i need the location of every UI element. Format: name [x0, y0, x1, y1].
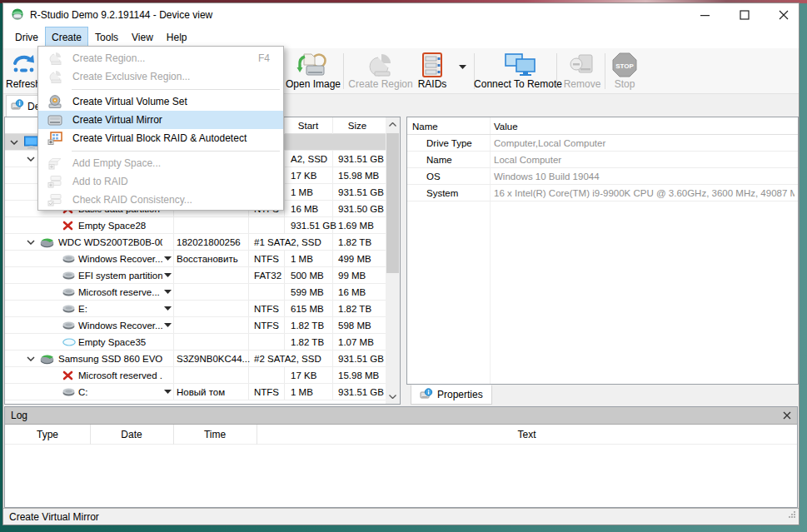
device-start: 1 MB [291, 251, 313, 266]
menu-item-check-raid-consistency: Check RAID Consistency... [38, 191, 283, 209]
menu-item-create-virtual-mirror[interactable]: Create Virtual Mirror [38, 111, 283, 129]
resize-grip-icon[interactable] [788, 510, 796, 522]
device-start: 17 KB [291, 167, 316, 183]
device-name: Microsoft reserve... [78, 284, 162, 300]
column-header-start[interactable]: Start [284, 117, 332, 134]
scroll-thumb[interactable] [386, 133, 399, 273]
log-close-icon[interactable] [783, 411, 791, 420]
device-row[interactable]: C:Новый томNTFS1 MB931.51 GB [5, 384, 386, 400]
drive-icon [40, 234, 54, 250]
create-region-button: Create Region [348, 51, 413, 92]
status-text: Create Virtual Mirror [9, 511, 99, 523]
window-title: R-Studio Demo 9.2.191144 - Device view [30, 9, 212, 21]
partition-dropdown-icon[interactable] [164, 301, 172, 316]
menu-item-label: Create Virtual Volume Set [72, 96, 187, 107]
drive-icon [40, 351, 54, 366]
device-name: E: [78, 301, 162, 316]
property-value: Windows 10 Build 19044 [494, 168, 795, 185]
device-row[interactable]: Empty Space351.82 TB1.07 MB [5, 334, 386, 351]
statusbar: Create Virtual Mirror [3, 508, 799, 525]
properties-panel: Name Value Drive TypeComputer,Local Comp… [406, 117, 799, 385]
close-button[interactable] [770, 3, 798, 27]
minimize-button[interactable] [690, 3, 719, 27]
caret-down-icon[interactable] [10, 134, 18, 150]
menu-item-label: Check RAID Consistency... [72, 194, 192, 206]
partition-dropdown-icon[interactable] [164, 284, 172, 300]
caret-down-icon[interactable] [27, 234, 35, 250]
svg-text:STOP: STOP [615, 62, 634, 69]
device-size: 931.51 GB [338, 151, 384, 167]
device-row[interactable]: WDC WDS200T2B0B-00...#1 SATA2, SSD182021… [5, 234, 386, 251]
property-row[interactable]: System16 x Intel(R) Core(TM) i9-9900K CP… [407, 185, 798, 201]
info-icon [420, 388, 433, 402]
scroll-up-icon[interactable] [386, 117, 400, 132]
prop-column-value[interactable]: Value [494, 117, 518, 135]
partition-dropdown-icon[interactable] [164, 384, 172, 400]
device-row[interactable]: Windows Recover...ВосстановитьNTFS1 MB49… [5, 251, 386, 267]
deleted-partition-icon [62, 367, 73, 383]
log-column-date[interactable]: Date [90, 425, 173, 445]
device-interface: #1 SATA2, SSD [254, 234, 324, 250]
partition-icon [62, 317, 75, 333]
device-row[interactable]: Microsoft reserve...599 MB16 MB [5, 284, 386, 301]
connect-remote-icon [499, 51, 537, 78]
device-start: 1.82 TB [291, 317, 324, 333]
titlebar: R-Studio Demo 9.2.191144 - Device view [3, 3, 799, 27]
create-region-icon [366, 51, 395, 78]
caret-down-icon[interactable] [27, 151, 35, 167]
log-column-text[interactable]: Text [257, 425, 797, 445]
log-columns: TypeDateTimeText [5, 425, 797, 445]
menu-item-create-virtual-volume-set[interactable]: Create Virtual Volume Set [38, 92, 283, 111]
tab-properties[interactable]: Properties [411, 385, 492, 405]
log-column-type[interactable]: Type [5, 425, 90, 445]
device-size: 1.82 TB [338, 301, 371, 316]
device-size: 931.51 GB [338, 351, 384, 366]
property-value: Computer,Local Computer [494, 135, 795, 152]
open-image-button[interactable]: Open Image [286, 51, 341, 92]
maximize-button[interactable] [730, 3, 759, 27]
prop-column-name[interactable]: Name [412, 117, 438, 135]
property-value: Local Computer [494, 152, 795, 168]
property-row[interactable]: OSWindows 10 Build 19044 [407, 168, 798, 185]
property-row[interactable]: NameLocal Computer [407, 152, 798, 168]
menu-item-label: Create Virtual Block RAID & Autodetect [72, 132, 247, 144]
region-icon [45, 52, 65, 65]
connect-to-remote-button[interactable]: Connect To Remote [478, 51, 558, 92]
device-name: Empty Space35 [78, 334, 162, 350]
partition-dropdown-icon[interactable] [164, 317, 172, 333]
device-row[interactable]: EFI system partitionFAT32500 MB99 MB [5, 267, 386, 284]
toolbar-separator [343, 53, 344, 89]
menu-item-create-virtual-block-raid-autodetect[interactable]: Create Virtual Block RAID & Autodetect [38, 129, 283, 147]
block-raid-icon [45, 132, 65, 145]
open-image-label: Open Image [286, 78, 341, 90]
device-size: 15.98 MB [338, 367, 379, 383]
log-panel: Log TypeDateTimeText [4, 406, 798, 508]
raids-dropdown-arrow-icon[interactable] [459, 65, 466, 69]
partition-icon [62, 284, 75, 300]
raids-icon [419, 51, 446, 78]
property-row[interactable]: Drive TypeComputer,Local Computer [407, 135, 798, 152]
stop-label: Stop [615, 78, 635, 90]
empty-space-icon [45, 157, 65, 170]
device-row[interactable]: E:NTFS615 MB1.82 TB [5, 301, 386, 317]
caret-down-icon[interactable] [27, 351, 35, 366]
device-row[interactable]: Empty Space28931.51 GB1.69 MB [5, 217, 386, 234]
scroll-down-icon[interactable] [386, 390, 400, 404]
device-scrollbar[interactable] [386, 117, 400, 404]
property-value: 16 x Intel(R) Core(TM) i9-9900K CPU @ 3.… [494, 185, 795, 201]
partition-dropdown-icon[interactable] [164, 251, 172, 266]
device-label: S3Z9NB0KC44... [177, 351, 250, 366]
device-row[interactable]: Microsoft reserved ...17 KB15.98 MB [5, 367, 386, 384]
device-size: 1.69 MB [338, 217, 374, 233]
menu-item-label: Create Virtual Mirror [72, 114, 162, 126]
remove-icon [568, 51, 596, 78]
device-name: Windows Recover... [78, 317, 162, 333]
raids-button[interactable]: RAIDs [413, 51, 451, 92]
log-title: Log [11, 410, 27, 421]
properties-rows: Drive TypeComputer,Local ComputerNameLoc… [407, 135, 798, 201]
device-row[interactable]: Windows Recover...NTFS1.82 TB598 MB [5, 317, 386, 334]
column-header-size[interactable]: Size [332, 117, 382, 134]
device-row[interactable]: Samsung SSD 860 EVO ...#2 SATA2, SSDS3Z9… [5, 351, 386, 367]
log-column-time[interactable]: Time [173, 425, 257, 445]
partition-dropdown-icon[interactable] [164, 267, 172, 283]
